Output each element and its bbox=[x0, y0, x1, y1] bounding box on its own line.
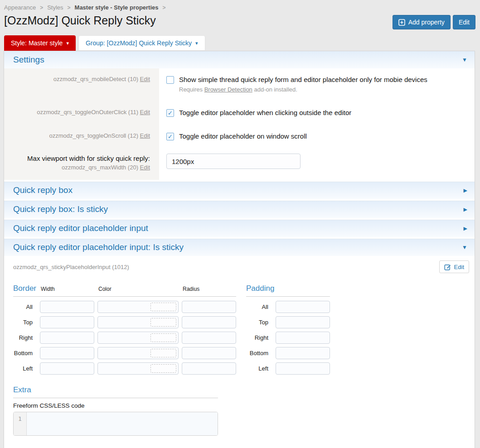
line-number: 1 bbox=[18, 415, 22, 422]
edit-label: Edit bbox=[454, 264, 464, 270]
browser-detection-link[interactable]: Browser Detection bbox=[204, 86, 252, 93]
padding-right-input[interactable] bbox=[276, 332, 330, 344]
section-header-quick-reply-box-sticky[interactable]: Quick reply box: Is sticky ▶ bbox=[4, 199, 475, 218]
property-edit-link[interactable]: Edit bbox=[140, 109, 150, 116]
checkbox-checked[interactable]: ✓ bbox=[166, 133, 174, 140]
option-hint: Requires Browser Detection add-on instal… bbox=[179, 86, 467, 93]
checkbox-label: Toggle editor placeholder on window scro… bbox=[179, 132, 307, 140]
breadcrumb-item-appearance[interactable]: Appearance bbox=[4, 4, 36, 11]
chevron-expanded-icon: ▼ bbox=[462, 57, 467, 63]
property-label: Max viewport width for sticky quick repl… bbox=[4, 148, 159, 180]
border-color-left-input[interactable] bbox=[97, 362, 179, 375]
border-radius-right-input[interactable] bbox=[182, 332, 236, 344]
section-header-placeholder-input-sticky[interactable]: Quick reply editor placeholder input: Is… bbox=[4, 237, 475, 256]
border-color-top-input[interactable] bbox=[97, 316, 179, 328]
border-width-bottom-input[interactable] bbox=[40, 347, 94, 359]
caret-down-icon: ▾ bbox=[66, 40, 69, 46]
padding-top-input[interactable] bbox=[276, 316, 330, 328]
padding-row-label: Left bbox=[246, 365, 272, 372]
extra-group: Extra Freeform CSS/LESS code 1 bbox=[13, 385, 218, 436]
border-color-right-input[interactable] bbox=[97, 332, 179, 344]
property-name: ozzmodz_qrs_stickyPlaceholderInput (1012… bbox=[13, 264, 129, 270]
add-property-label: Add property bbox=[408, 19, 445, 26]
breadcrumb-separator-icon: > bbox=[163, 5, 166, 11]
color-swatch[interactable] bbox=[150, 333, 176, 342]
section-header-quick-reply-box[interactable]: Quick reply box ▶ bbox=[4, 180, 475, 199]
border-width-all-input[interactable] bbox=[40, 301, 94, 313]
add-property-button[interactable]: Add property bbox=[393, 15, 451, 29]
padding-bottom-input[interactable] bbox=[276, 347, 330, 359]
toggle-on-scroll-option[interactable]: ✓ Toggle editor placeholder on window sc… bbox=[166, 132, 467, 140]
hint-text: add-on installed. bbox=[252, 86, 297, 93]
property-name: ozzmodz_qrs_maxWidth (20) bbox=[62, 164, 138, 171]
padding-group-title: Padding bbox=[246, 284, 330, 293]
border-width-top-input[interactable] bbox=[40, 316, 94, 328]
extra-group-title: Extra bbox=[13, 385, 218, 398]
caret-down-icon: ▾ bbox=[195, 40, 198, 46]
padding-row-label: Bottom bbox=[246, 350, 272, 356]
style-selector-button[interactable]: Style: Master style ▾ bbox=[4, 35, 76, 51]
checkbox-checked[interactable]: ✓ bbox=[166, 109, 174, 117]
css-code-editor[interactable]: 1 bbox=[13, 412, 218, 436]
border-radius-left-input[interactable] bbox=[182, 362, 236, 375]
property-row-mobile-detect: ozzmodz_qrs_mobileDetect (10) Edit Show … bbox=[4, 68, 475, 101]
page-title: [OzzModz] Quick Reply Sticky bbox=[4, 14, 156, 27]
section-header-placeholder-input[interactable]: Quick reply editor placeholder input ▶ bbox=[4, 218, 475, 237]
border-col-radius: Radius bbox=[182, 286, 236, 292]
style-properties-panel: Settings ▼ ozzmodz_qrs_mobileDetect (10)… bbox=[4, 51, 475, 448]
border-color-bottom-input[interactable] bbox=[97, 347, 179, 359]
property-name: ozzmodz_qrs_toggleOnOuterClick (11) bbox=[37, 109, 138, 116]
border-group: Border Width Color Radius All Top Right bbox=[13, 284, 236, 375]
property-edit-link[interactable]: Edit bbox=[140, 76, 150, 82]
section-title: Quick reply editor placeholder input bbox=[13, 223, 148, 233]
mobile-detect-option[interactable]: Show simple thread quick reply form and … bbox=[166, 76, 467, 84]
border-col-width: Width bbox=[40, 286, 94, 292]
property-control: ✓ Toggle editor placeholder when clickin… bbox=[159, 101, 475, 125]
color-swatch[interactable] bbox=[150, 364, 176, 373]
border-radius-bottom-input[interactable] bbox=[182, 347, 236, 359]
section-title: Quick reply box: Is sticky bbox=[13, 204, 108, 214]
plus-square-icon bbox=[398, 19, 405, 26]
property-control bbox=[159, 148, 475, 180]
border-radius-top-input[interactable] bbox=[182, 316, 236, 328]
property-title: Max viewport width for sticky quick repl… bbox=[10, 154, 150, 162]
color-swatch[interactable] bbox=[150, 303, 176, 311]
property-control: ✓ Toggle editor placeholder on window sc… bbox=[159, 125, 475, 148]
breadcrumb-item-styles[interactable]: Styles bbox=[47, 4, 63, 11]
padding-row-label: Right bbox=[246, 334, 272, 341]
group-selector-label: Group: [OzzModz] Quick Reply Sticky bbox=[86, 39, 192, 47]
chevron-collapsed-icon: ▶ bbox=[464, 226, 467, 231]
property-label: ozzmodz_qrs_toggleOnScroll (12) Edit bbox=[4, 125, 159, 148]
page-header: Appearance > Styles > Master style - Sty… bbox=[0, 0, 480, 51]
property-edit-link[interactable]: Edit bbox=[140, 132, 150, 139]
padding-all-input[interactable] bbox=[276, 301, 330, 313]
color-swatch[interactable] bbox=[150, 349, 176, 357]
checkbox-unchecked[interactable] bbox=[166, 76, 174, 84]
section-header-settings[interactable]: Settings ▼ bbox=[4, 51, 475, 68]
border-row-label: Top bbox=[13, 319, 37, 326]
toggle-outer-click-option[interactable]: ✓ Toggle editor placeholder when clickin… bbox=[166, 109, 467, 117]
padding-row-label: Top bbox=[246, 319, 272, 326]
border-row-label: Right bbox=[13, 334, 37, 341]
property-edit-button[interactable]: Edit bbox=[439, 260, 469, 273]
property-row-max-width: Max viewport width for sticky quick repl… bbox=[4, 148, 475, 180]
settings-body: ozzmodz_qrs_mobileDetect (10) Edit Show … bbox=[4, 68, 475, 180]
padding-row-label: All bbox=[246, 303, 272, 310]
edit-button[interactable]: Edit bbox=[453, 15, 475, 29]
border-width-left-input[interactable] bbox=[40, 362, 94, 375]
border-color-all-input[interactable] bbox=[97, 301, 179, 313]
padding-left-input[interactable] bbox=[276, 362, 330, 375]
border-row-label: Bottom bbox=[13, 350, 37, 356]
border-width-right-input[interactable] bbox=[40, 332, 94, 344]
color-swatch[interactable] bbox=[150, 318, 176, 327]
css-code-input[interactable] bbox=[27, 412, 218, 435]
property-edit-link[interactable]: Edit bbox=[140, 164, 150, 171]
group-selector-button[interactable]: Group: [OzzModz] Quick Reply Sticky ▾ bbox=[78, 35, 205, 51]
max-width-input[interactable] bbox=[166, 154, 301, 169]
edit-label: Edit bbox=[459, 19, 470, 26]
border-col-color: Color bbox=[97, 286, 179, 292]
breadcrumb-item-style-properties[interactable]: Master style - Style properties bbox=[75, 4, 159, 11]
border-radius-all-input[interactable] bbox=[182, 301, 236, 313]
property-row-toggle-on-scroll: ozzmodz_qrs_toggleOnScroll (12) Edit ✓ T… bbox=[4, 125, 475, 148]
section-title: Settings bbox=[13, 55, 44, 65]
